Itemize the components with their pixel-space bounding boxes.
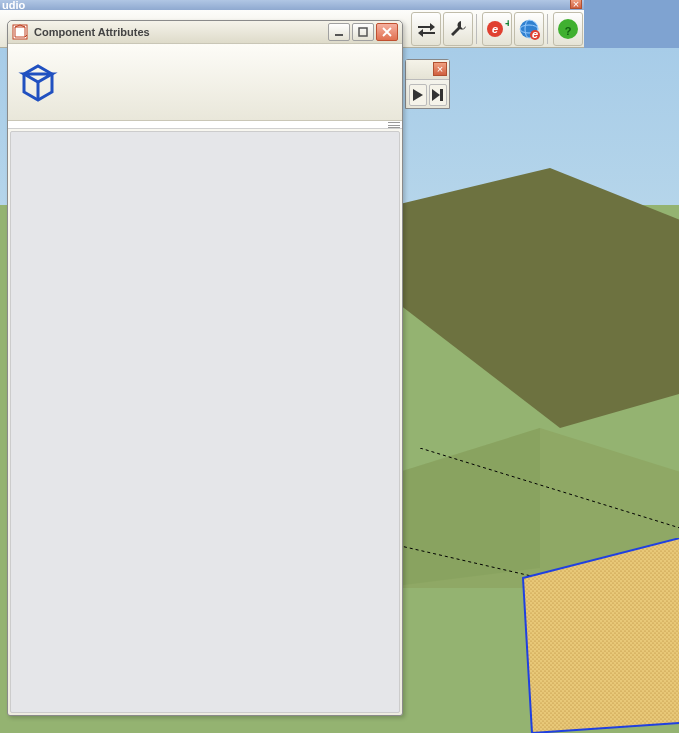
svg-text:?: ? bbox=[565, 25, 572, 37]
app-titlebar[interactable]: udio × bbox=[0, 0, 584, 10]
dialog-body bbox=[10, 131, 400, 713]
playback-close-button[interactable]: × bbox=[433, 62, 447, 76]
end-button[interactable] bbox=[429, 84, 447, 106]
svg-rect-21 bbox=[440, 89, 443, 101]
component-icon bbox=[16, 60, 60, 104]
minimize-icon bbox=[334, 27, 344, 37]
help-icon: ? bbox=[556, 17, 580, 41]
wrench-button[interactable] bbox=[443, 12, 473, 46]
eplus-button[interactable]: e+ bbox=[482, 12, 512, 46]
end-icon bbox=[432, 89, 444, 101]
globe-icon: e bbox=[517, 17, 541, 41]
close-icon: × bbox=[573, 0, 579, 10]
close-icon: × bbox=[437, 63, 443, 75]
swap-icon bbox=[415, 18, 437, 40]
svg-marker-19 bbox=[413, 89, 423, 101]
eplus-icon: e+ bbox=[485, 17, 509, 41]
maximize-icon bbox=[358, 27, 368, 37]
resize-grip[interactable] bbox=[388, 122, 400, 128]
help-button[interactable]: ? bbox=[553, 12, 583, 46]
svg-marker-26 bbox=[24, 74, 52, 82]
svg-text:e: e bbox=[532, 28, 538, 40]
globe-button[interactable]: e bbox=[514, 12, 544, 46]
playback-window[interactable]: × bbox=[405, 59, 450, 109]
dialog-window-buttons bbox=[328, 23, 398, 41]
dialog-minimize-button[interactable] bbox=[328, 23, 350, 41]
toolbar-separator-2 bbox=[547, 14, 551, 44]
play-icon bbox=[413, 89, 423, 101]
selected-face[interactable] bbox=[520, 538, 679, 733]
dialog-app-icon bbox=[12, 24, 28, 40]
svg-rect-24 bbox=[359, 28, 367, 36]
dialog-titlebar[interactable]: Component Attributes bbox=[8, 21, 402, 44]
svg-text:e: e bbox=[492, 23, 498, 35]
component-attributes-dialog[interactable]: Component Attributes bbox=[7, 20, 403, 716]
svg-line-13 bbox=[420, 448, 679, 528]
dialog-title: Component Attributes bbox=[34, 26, 328, 38]
dialog-divider bbox=[8, 121, 402, 129]
wrench-icon bbox=[447, 18, 469, 40]
close-icon bbox=[382, 27, 392, 37]
playback-titlebar[interactable]: × bbox=[406, 60, 449, 80]
dialog-close-button[interactable] bbox=[376, 23, 398, 41]
svg-marker-18 bbox=[523, 538, 679, 733]
dialog-maximize-button[interactable] bbox=[352, 23, 374, 41]
toolbar-separator bbox=[476, 14, 480, 44]
swap-button[interactable] bbox=[411, 12, 441, 46]
play-button[interactable] bbox=[409, 84, 427, 106]
svg-rect-23 bbox=[335, 34, 343, 36]
playback-body bbox=[406, 80, 449, 110]
app-close-button[interactable]: × bbox=[570, 0, 582, 9]
dialog-toolbar bbox=[8, 44, 402, 121]
svg-text:+: + bbox=[505, 17, 509, 29]
svg-marker-20 bbox=[432, 89, 440, 101]
